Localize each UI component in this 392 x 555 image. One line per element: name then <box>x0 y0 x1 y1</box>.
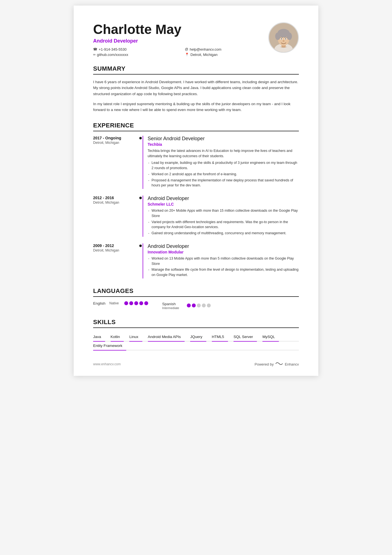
footer-website: www.enhancv.com <box>93 362 121 366</box>
skills-title: SKILLS <box>93 319 299 328</box>
header-left: Charlotte May Android Developer ☎ +1-914… <box>93 22 268 57</box>
lang-level-spanish: Intermediate <box>162 306 179 310</box>
exp-content-2: Android Developer Schmeler LLC Worked on… <box>143 196 299 237</box>
exp-content-1: Senior Android Developer Techbia Techbia… <box>143 136 299 189</box>
summary-section: SUMMARY I have 6 years of experience in … <box>93 65 299 113</box>
exp-role-2: Android Developer <box>148 196 299 201</box>
skill-kotlin: Kotlin <box>111 332 124 342</box>
summary-title: SUMMARY <box>93 65 299 75</box>
skills-row-1: Java Kotlin Linux Android Media APIs JQu… <box>93 332 299 341</box>
exp-bullets-1: Lead by example, building up the skills … <box>148 160 299 188</box>
exp-dot-3 <box>139 245 142 247</box>
dot-english-2 <box>129 301 133 305</box>
summary-paragraph-1: I have 6 years of experience in Android … <box>93 79 299 97</box>
brand-name: Enhancv <box>285 362 299 366</box>
skills-section: SKILLS Java Kotlin Linux Android Media A… <box>93 319 299 350</box>
bullet-2-2: Varied projects with different technolog… <box>148 219 299 230</box>
contact-grid: ☎ +1-914-345-5530 @ help@enhancv.com ∞ g… <box>93 47 268 57</box>
candidate-name: Charlotte May <box>93 22 268 37</box>
skill-java: Java <box>93 332 105 342</box>
bullet-1-1: Lead by example, building up the skills … <box>148 160 299 171</box>
svg-point-10 <box>281 38 282 40</box>
skill-entity-framework: Entity Framework <box>93 341 126 351</box>
skill-android-media: Android Media APIs <box>148 332 185 342</box>
exp-dot-1 <box>139 137 142 139</box>
language-spanish: Spanish Intermediate <box>162 301 211 310</box>
skill-html5: HTML5 <box>212 332 228 342</box>
location-icon: 📍 <box>185 53 189 56</box>
skill-linux: Linux <box>129 332 142 342</box>
experience-entry-1: 2017 - Ongoing Detroit, Michigan Senior … <box>93 136 299 189</box>
resume-page: Charlotte May Android Developer ☎ +1-914… <box>74 6 318 376</box>
footer: www.enhancv.com Powered by Enhancv <box>93 361 299 367</box>
exp-role-3: Android Developer <box>148 243 299 249</box>
location-contact: 📍 Detroit, Michigan <box>185 53 268 57</box>
languages-grid: English Native Spanish Intermediate <box>93 301 299 310</box>
dot-english-4 <box>139 301 143 305</box>
phone-contact: ☎ +1-914-345-5530 <box>93 47 177 51</box>
exp-company-3: Innovation Modular <box>148 250 299 254</box>
footer-logo: Powered by Enhancv <box>255 361 299 367</box>
bullet-1-2: Worked on 2 android apps at the forefron… <box>148 172 299 177</box>
exp-location-1: Detroit, Michigan <box>93 141 135 145</box>
dot-english-5 <box>144 301 148 305</box>
powered-by-label: Powered by <box>255 362 274 366</box>
experience-entry-3: 2009 - 2012 Detroit, Michigan Android De… <box>93 243 299 278</box>
dot-spanish-4 <box>202 304 206 307</box>
avatar <box>268 22 299 53</box>
skill-jquery: JQuery <box>190 332 206 342</box>
languages-section: LANGUAGES English Native Spanish Interme… <box>93 287 299 310</box>
experience-section: EXPERIENCE 2017 - Ongoing Detroit, Michi… <box>93 122 299 278</box>
lang-level-english: Native <box>109 301 119 305</box>
bullet-1-3: Proposed & management the implementation… <box>148 178 299 188</box>
skills-rows: Java Kotlin Linux Android Media APIs JQu… <box>93 332 299 350</box>
github-url: github.com/xxxxxxx <box>97 53 128 57</box>
language-english: English Native <box>93 301 148 305</box>
exp-dates-1: 2017 - Ongoing <box>93 136 135 140</box>
bullet-2-3: Gained strong understanding of multithre… <box>148 231 299 236</box>
exp-bullets-2: Worked on 20+ Mobile Apps with more than… <box>148 208 299 236</box>
skill-mysql: MySQL <box>262 332 279 342</box>
email-address: help@enhancv.com <box>190 47 221 51</box>
dot-english-1 <box>124 301 128 305</box>
lang-dots-english <box>124 301 148 305</box>
lang-dots-spanish <box>187 304 211 307</box>
svg-point-11 <box>285 38 286 40</box>
exp-left-3: 2009 - 2012 Detroit, Michigan <box>93 243 138 278</box>
phone-icon: ☎ <box>93 47 97 51</box>
exp-company-1: Techbia <box>148 142 299 147</box>
github-contact: ∞ github.com/xxxxxxx <box>93 53 177 57</box>
svg-point-12 <box>283 40 284 41</box>
avatar-image <box>269 22 298 53</box>
lang-info-spanish: Spanish Intermediate <box>162 301 179 310</box>
summary-paragraph-2: In my latest role I enjoyed supremely me… <box>93 101 299 113</box>
skill-sqlserver: SQL Server <box>234 332 257 342</box>
exp-dot-2 <box>139 197 142 199</box>
location-text: Detroit, Michigan <box>190 53 218 57</box>
bullet-2-1: Worked on 20+ Mobile Apps with more than… <box>148 208 299 219</box>
exp-bullets-3: Worked on 13 Mobile Apps with more than … <box>148 256 299 278</box>
exp-timeline-2 <box>138 196 143 237</box>
svg-rect-7 <box>277 33 289 36</box>
exp-timeline-3 <box>138 243 143 278</box>
exp-desc-1: Techbia brings the latest advances in AI… <box>148 148 299 159</box>
dot-spanish-2 <box>192 304 196 307</box>
job-title: Android Developer <box>93 38 268 44</box>
exp-left-1: 2017 - Ongoing Detroit, Michigan <box>93 136 138 189</box>
skills-row-2: Entity Framework <box>93 341 299 350</box>
dot-english-3 <box>134 301 138 305</box>
exp-dates-3: 2009 - 2012 <box>93 243 135 248</box>
exp-timeline-1 <box>138 136 143 189</box>
dot-spanish-1 <box>187 304 191 307</box>
dot-spanish-5 <box>207 304 211 307</box>
experience-title: EXPERIENCE <box>93 122 299 131</box>
lang-name-english: English <box>93 301 105 305</box>
exp-company-2: Schmeler LLC <box>148 202 299 206</box>
exp-content-3: Android Developer Innovation Modular Wor… <box>143 243 299 278</box>
github-icon: ∞ <box>93 53 96 56</box>
exp-dates-2: 2012 - 2016 <box>93 196 135 200</box>
languages-title: LANGUAGES <box>93 287 299 297</box>
header: Charlotte May Android Developer ☎ +1-914… <box>93 22 299 57</box>
dot-spanish-3 <box>197 304 201 307</box>
exp-role-1: Senior Android Developer <box>148 136 299 142</box>
